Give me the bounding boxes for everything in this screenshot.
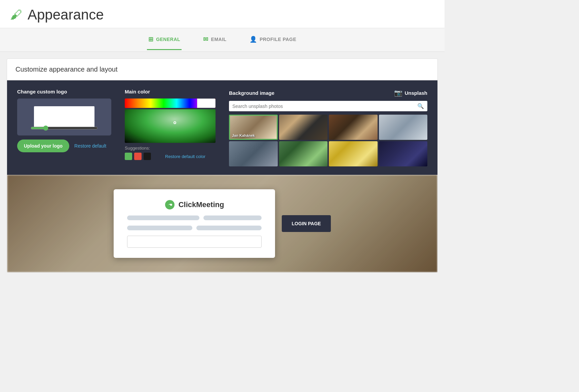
logo-section-title: Change custom logo — [17, 89, 111, 94]
color-rainbow-bar[interactable] — [125, 99, 216, 108]
logo-preview-inner — [34, 106, 94, 128]
tab-general[interactable]: ⊞ GENERAL — [147, 36, 182, 50]
restore-logo-link[interactable]: Restore default — [74, 143, 106, 149]
customize-title: Customize appearance and layout — [15, 66, 118, 73]
photo-cell-8[interactable] — [379, 141, 428, 166]
login-placeholder-row-2 — [127, 226, 262, 230]
page-header: 🖌 Appearance — [0, 0, 445, 28]
login-placeholder-row-1 — [127, 215, 262, 220]
photo-cell-5[interactable] — [229, 141, 278, 166]
logo-size-range[interactable] — [31, 125, 98, 131]
photo-cell-6[interactable] — [279, 141, 328, 166]
upload-logo-button[interactable]: Upload your logo — [17, 140, 69, 152]
photo-cell-7[interactable] — [329, 141, 378, 166]
logo-preview-box — [17, 99, 111, 135]
logo-actions: Upload your logo Restore default — [17, 140, 111, 152]
login-input-preview — [127, 236, 262, 248]
tab-profile[interactable]: 👤 PROFILE PAGE — [248, 36, 298, 50]
svg-point-0 — [165, 200, 175, 209]
login-placeholder-1 — [127, 215, 200, 220]
search-icon: 🔍 — [417, 103, 424, 109]
photo-grid: Jan Kahánek — [229, 115, 427, 166]
appearance-icon: 🖌 — [10, 9, 22, 21]
preview-section: ClickMeeting LOGIN PAGE — [7, 175, 437, 272]
svg-point-1 — [170, 204, 172, 206]
photo-cell-2[interactable] — [279, 115, 328, 140]
color-dot — [173, 121, 176, 124]
photo-label-1: Jan Kahánek — [232, 133, 255, 138]
photo-cell-4[interactable] — [379, 115, 428, 140]
swatch-red[interactable] — [134, 153, 142, 160]
general-tab-icon: ⊞ — [148, 36, 154, 43]
swatch-green[interactable] — [125, 153, 132, 160]
color-white-box — [197, 99, 216, 108]
page-title: Appearance — [28, 7, 104, 23]
cm-logo-icon — [164, 199, 175, 210]
dark-panel: Change custom logo Upload your logo Rest… — [7, 80, 437, 175]
login-card: ClickMeeting — [114, 189, 275, 258]
tabs-bar: ⊞ GENERAL ✉ EMAIL 👤 PROFILE PAGE — [0, 28, 445, 52]
tab-email[interactable]: ✉ EMAIL — [202, 36, 228, 50]
login-placeholder-3 — [127, 226, 192, 230]
unsplash-link[interactable]: 📷 Unsplash — [394, 89, 427, 97]
main-content: Customize appearance and layout Change c… — [0, 52, 445, 273]
color-section: Main color Suggestions: Restore default … — [125, 89, 216, 160]
background-section-header: Background image 📷 Unsplash — [229, 89, 427, 97]
photo-cell-1[interactable]: Jan Kahánek — [229, 115, 278, 140]
email-tab-icon: ✉ — [203, 36, 208, 43]
color-gradient-picker[interactable] — [125, 109, 216, 143]
logo-slider[interactable] — [31, 125, 98, 132]
unsplash-label: Unsplash — [404, 90, 427, 96]
profile-tab-icon: 👤 — [249, 36, 257, 43]
suggestions-label: Suggestions: — [125, 146, 216, 151]
suggestions-row: Restore default color — [125, 153, 216, 160]
background-section: Background image 📷 Unsplash 🔍 Jan Kaháne… — [229, 89, 427, 166]
logo-section: Change custom logo Upload your logo Rest… — [17, 89, 111, 152]
login-placeholder-2 — [203, 215, 261, 220]
clickmeeting-text: ClickMeeting — [179, 200, 224, 209]
clickmeeting-logo: ClickMeeting — [164, 199, 224, 210]
photo-cell-3[interactable] — [329, 115, 378, 140]
unsplash-search-input[interactable] — [232, 104, 417, 109]
color-section-title: Main color — [125, 89, 216, 94]
profile-tab-label: PROFILE PAGE — [260, 37, 296, 42]
swatch-dark[interactable] — [153, 153, 160, 160]
login-page-button[interactable]: LOGIN PAGE — [282, 215, 331, 232]
email-tab-label: EMAIL — [211, 37, 227, 42]
login-placeholder-4 — [196, 226, 262, 230]
customize-card: Customize appearance and layout Change c… — [7, 58, 438, 273]
general-tab-label: GENERAL — [156, 37, 180, 42]
background-section-title: Background image — [229, 90, 274, 96]
customize-card-header: Customize appearance and layout — [7, 59, 437, 80]
restore-color-link[interactable]: Restore default color — [165, 154, 205, 159]
swatch-black[interactable] — [144, 153, 151, 160]
preview-overlay: ClickMeeting LOGIN PAGE — [7, 175, 437, 272]
unsplash-search-box[interactable]: 🔍 — [229, 101, 427, 111]
camera-icon: 📷 — [394, 89, 402, 97]
